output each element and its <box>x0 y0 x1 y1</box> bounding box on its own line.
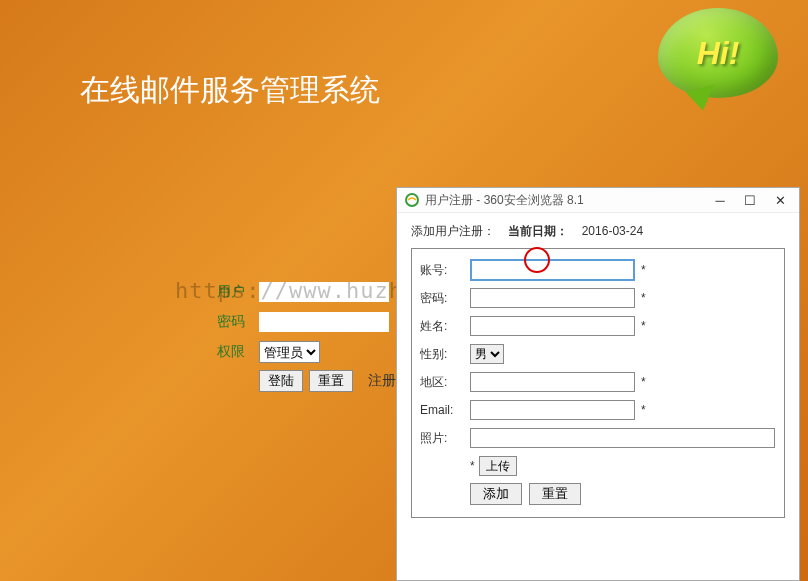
account-input[interactable] <box>470 259 635 281</box>
reg-reset-button[interactable]: 重置 <box>529 483 581 505</box>
required-mark: * <box>641 263 646 277</box>
region-label: 地区: <box>420 374 470 391</box>
name-input[interactable] <box>470 316 635 336</box>
required-mark: * <box>470 459 475 473</box>
region-input[interactable] <box>470 372 635 392</box>
required-mark: * <box>641 375 646 389</box>
password-label: 密码 <box>195 313 245 331</box>
required-mark: * <box>641 319 646 333</box>
page-title: 在线邮件服务管理系统 <box>80 70 380 111</box>
current-date-label: 当前日期： <box>508 224 568 238</box>
gender-label: 性别: <box>420 346 470 363</box>
add-button[interactable]: 添加 <box>470 483 522 505</box>
register-popup: 用户注册 - 360安全浏览器 8.1 ─ ☐ ✕ 添加用户注册： 当前日期： … <box>396 187 800 581</box>
photo-label: 照片: <box>420 430 470 447</box>
password-input[interactable] <box>259 312 389 332</box>
account-label: 账号: <box>420 262 470 279</box>
reg-password-label: 密码: <box>420 290 470 307</box>
required-mark: * <box>641 403 646 417</box>
popup-title-text: 用户注册 - 360安全浏览器 8.1 <box>425 192 584 209</box>
svg-point-0 <box>406 194 418 206</box>
role-label: 权限 <box>195 343 245 361</box>
minimize-button[interactable]: ─ <box>705 190 735 210</box>
login-form: 用户 密码 权限 管理员 登陆 重置 注册 <box>195 280 406 392</box>
role-select[interactable]: 管理员 <box>259 341 320 363</box>
register-header: 添加用户注册： 当前日期： 2016-03-24 <box>411 223 785 240</box>
user-input[interactable] <box>259 282 389 302</box>
upload-button[interactable]: 上传 <box>479 456 517 476</box>
popup-titlebar: 用户注册 - 360安全浏览器 8.1 ─ ☐ ✕ <box>397 188 799 213</box>
email-input[interactable] <box>470 400 635 420</box>
login-button[interactable]: 登陆 <box>259 370 303 392</box>
user-label: 用户 <box>195 283 245 301</box>
hi-bubble-icon: Hi! <box>658 8 778 98</box>
popup-body: 添加用户注册： 当前日期： 2016-03-24 账号: * 密码: * 姓名:… <box>397 213 799 528</box>
email-label: Email: <box>420 403 470 417</box>
register-box: 账号: * 密码: * 姓名: * 性别: 男 地区 <box>411 248 785 518</box>
required-mark: * <box>641 291 646 305</box>
name-label: 姓名: <box>420 318 470 335</box>
close-button[interactable]: ✕ <box>765 190 795 210</box>
hi-text: Hi! <box>697 35 740 72</box>
register-header-label: 添加用户注册： <box>411 224 495 238</box>
browser-e-icon <box>405 193 419 207</box>
current-date-value: 2016-03-24 <box>582 224 643 238</box>
reg-password-input[interactable] <box>470 288 635 308</box>
maximize-button[interactable]: ☐ <box>735 190 765 210</box>
photo-input[interactable] <box>470 428 775 448</box>
gender-select[interactable]: 男 <box>470 344 504 364</box>
reset-button[interactable]: 重置 <box>309 370 353 392</box>
